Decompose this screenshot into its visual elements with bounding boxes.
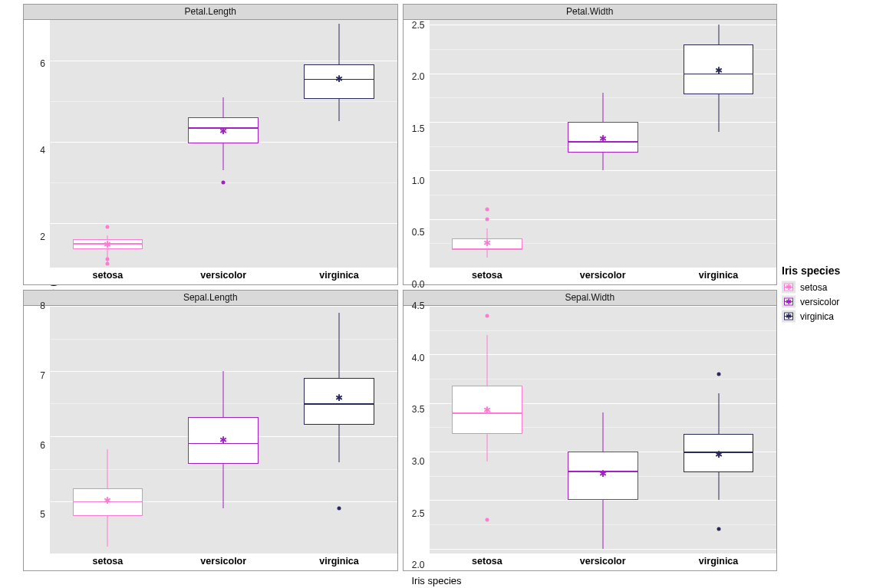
legend-swatch-icon: ✱ [782, 310, 796, 322]
legend-item-versicolor: ✱ versicolor [782, 295, 870, 307]
x-tick-label: versicolor [545, 554, 661, 570]
mean-marker-icon: ✱ [335, 74, 343, 84]
facet-title: Petal.Length [24, 5, 397, 20]
outlier-point [222, 180, 226, 184]
facet-title: Petal.Width [404, 5, 777, 20]
y-tick-label: 0.5 [412, 227, 425, 238]
y-tick-label: 2.0 [412, 560, 425, 570]
plot-area: ✱✱✱ [50, 20, 397, 268]
facet-title: Sepal.Width [404, 291, 777, 306]
plot-area: ✱✱✱ [430, 306, 777, 554]
legend-item-label: versicolor [800, 296, 839, 307]
mean-marker-icon: ✱ [483, 406, 491, 415]
facet-grid: Petal.Length246✱✱✱setosaversicolorvirgin… [23, 4, 777, 571]
facet-Sepal.Length: Sepal.Length5678✱✱✱setosaversicolorvirgi… [23, 290, 398, 571]
x-axis-label: Iris species [411, 575, 461, 586]
x-tick-label: virginica [282, 268, 397, 284]
boxplot-setosa: ✱ [64, 306, 152, 554]
y-tick-label: 0.0 [412, 279, 425, 290]
outlier-point [485, 208, 489, 212]
plot-area: ✱✱✱ [50, 306, 397, 554]
y-tick-label: 4.5 [412, 301, 425, 311]
outlier-point [338, 506, 341, 510]
outlier-point [485, 217, 489, 221]
y-tick-label: 4.0 [412, 353, 425, 363]
y-tick-label: 5 [40, 509, 45, 520]
boxplot-versicolor: ✱ [558, 306, 647, 554]
y-tick-label: 8 [40, 301, 45, 311]
y-tick-label: 2.0 [412, 71, 425, 82]
mean-marker-icon: ✱ [483, 238, 491, 248]
legend-title: Iris species [782, 264, 870, 276]
y-tick-label: 3.0 [412, 456, 425, 467]
boxplot-virginica: ✱ [674, 306, 763, 554]
outlier-point [485, 314, 489, 317]
outlier-point [106, 225, 110, 229]
mean-marker-icon: ✱ [104, 496, 111, 505]
outlier-point [485, 517, 489, 521]
y-tick-label: 7 [40, 370, 45, 381]
boxplot-virginica: ✱ [295, 20, 384, 268]
legend-item-label: setosa [800, 281, 827, 292]
mean-marker-icon: ✱ [335, 393, 343, 402]
y-tick-label: 4 [40, 145, 45, 156]
x-tick-label: versicolor [166, 554, 282, 570]
boxplot-virginica: ✱ [674, 20, 763, 268]
facet-Sepal.Width: Sepal.Width2.02.53.03.54.04.5✱✱✱setosave… [403, 290, 778, 571]
legend-swatch-icon: ✱ [782, 281, 796, 293]
legend-item-label: virginica [800, 310, 834, 321]
x-tick-label: setosa [50, 268, 166, 284]
legend-item-setosa: ✱ setosa [782, 281, 870, 293]
facet-title: Sepal.Length [24, 291, 397, 306]
boxplot-setosa: ✱ [443, 20, 532, 268]
outlier-point [717, 372, 720, 376]
x-tick-label: virginica [661, 268, 776, 284]
facet-Petal.Width: Petal.Width0.00.51.01.52.02.5✱✱✱setosave… [403, 4, 778, 285]
outlier-point [106, 258, 110, 261]
boxplot-versicolor: ✱ [180, 306, 268, 554]
outlier-point [717, 527, 720, 531]
boxplot-virginica: ✱ [295, 306, 384, 554]
outlier-point [106, 261, 110, 265]
mean-marker-icon: ✱ [219, 435, 227, 445]
facet-Petal.Length: Petal.Length246✱✱✱setosaversicolorvirgin… [23, 4, 398, 285]
y-tick-label: 2.5 [412, 508, 425, 519]
mean-marker-icon: ✱ [599, 469, 607, 478]
mean-marker-icon: ✱ [715, 66, 723, 75]
x-tick-label: setosa [430, 554, 545, 570]
x-tick-label: virginica [661, 554, 776, 570]
x-tick-label: versicolor [545, 268, 661, 284]
mean-marker-icon: ✱ [219, 126, 227, 136]
y-tick-label: 2.5 [412, 20, 425, 31]
x-tick-label: versicolor [166, 268, 282, 284]
legend-swatch-icon: ✱ [782, 295, 796, 307]
x-tick-label: virginica [282, 554, 397, 570]
plot-area: ✱✱✱ [430, 20, 777, 268]
legend: Iris species ✱ setosa ✱ versicolor ✱ vir… [782, 264, 870, 324]
y-tick-label: 2 [40, 232, 45, 242]
y-tick-label: 1.5 [412, 123, 425, 134]
boxplot-setosa: ✱ [64, 20, 152, 268]
mean-marker-icon: ✱ [104, 240, 111, 249]
x-tick-label: setosa [430, 268, 545, 284]
y-tick-label: 1.0 [412, 176, 425, 186]
y-tick-label: 3.5 [412, 404, 425, 415]
boxplot-setosa: ✱ [443, 306, 532, 554]
y-tick-label: 6 [40, 58, 45, 69]
y-tick-label: 6 [40, 440, 45, 451]
mean-marker-icon: ✱ [599, 134, 607, 143]
boxplot-versicolor: ✱ [558, 20, 647, 268]
boxplot-versicolor: ✱ [180, 20, 268, 268]
legend-item-virginica: ✱ virginica [782, 310, 870, 322]
x-tick-label: setosa [50, 554, 166, 570]
mean-marker-icon: ✱ [715, 450, 723, 459]
